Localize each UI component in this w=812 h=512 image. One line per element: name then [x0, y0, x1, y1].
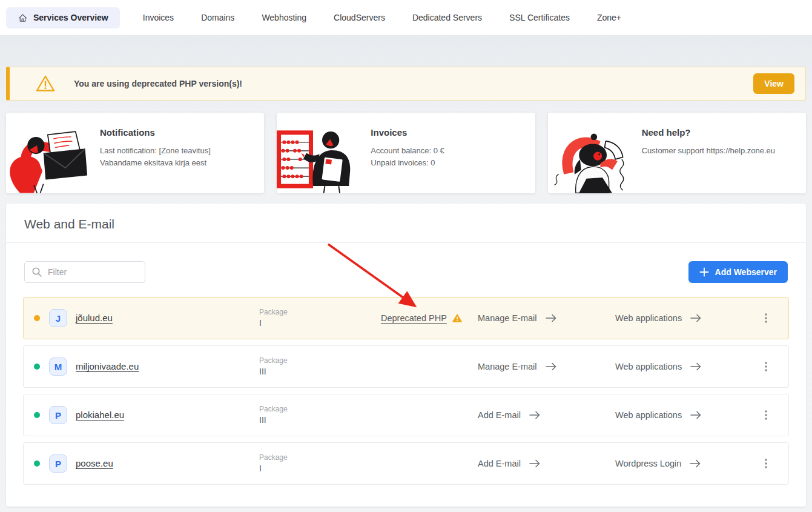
package-label: Package: [259, 404, 381, 414]
row-menu-kebab-icon[interactable]: [757, 405, 775, 425]
top-navigation: Services Overview Invoices Domains Webho…: [0, 0, 812, 35]
manage-email-action[interactable]: Manage E-mail: [478, 362, 615, 371]
add-email-action[interactable]: Add E-mail: [478, 410, 615, 420]
nav-item-invoices[interactable]: Invoices: [143, 13, 174, 22]
arrow-right-icon: [689, 459, 701, 468]
package-value: I: [259, 318, 381, 329]
search-icon: [31, 267, 42, 278]
package-label: Package: [259, 453, 381, 462]
page-content: You are using deprecated PHP version(s)!…: [0, 35, 812, 512]
home-icon: [18, 13, 28, 23]
arrow-right-icon: [545, 362, 557, 371]
nav-item-ssl-certificates[interactable]: SSL Certificates: [509, 13, 570, 22]
nav-item-services-overview[interactable]: Services Overview: [6, 7, 120, 28]
webserver-row-miljonivaade: M miljonivaade.eu Package III Manage E-m…: [23, 345, 789, 388]
unpaid-invoices: Unpaid invoices: 0: [371, 157, 523, 169]
warning-filled-icon: [452, 314, 462, 322]
wordpress-login-action[interactable]: Wordpress Login: [615, 459, 744, 468]
web-applications-action[interactable]: Web applications: [615, 410, 744, 420]
nav-items: Invoices Domains Webhosting CloudServers…: [143, 13, 621, 22]
arrow-right-icon: [690, 313, 702, 323]
web-applications-action[interactable]: Web applications: [615, 313, 744, 323]
row-menu-kebab-icon[interactable]: [757, 308, 775, 328]
nav-item-zone-plus[interactable]: Zone+: [597, 13, 621, 22]
row-menu-kebab-icon[interactable]: [757, 454, 775, 473]
domain-avatar: P: [49, 406, 67, 424]
nav-item-dedicated-servers[interactable]: Dedicated Servers: [412, 13, 482, 22]
package-cell: Package I: [259, 307, 381, 328]
webmail-toolbar: Add Webserver: [24, 261, 788, 283]
domain-link[interactable]: poose.eu: [76, 458, 113, 468]
warning-triangle-icon: [35, 75, 56, 93]
card-body: Last notification: [Zone teavitus] Vaban…: [100, 145, 252, 168]
domain-avatar: M: [49, 357, 67, 376]
row-menu-kebab-icon[interactable]: [757, 357, 775, 376]
arrow-right-icon: [529, 410, 541, 420]
notifications-card: Notifications Last notification: [Zone t…: [6, 113, 264, 193]
filter-input[interactable]: [24, 261, 145, 283]
plus-icon: [699, 267, 709, 277]
web-applications-action[interactable]: Web applications: [615, 362, 744, 371]
webserver-list: J jõulud.eu Package I Deprecated PHP: [23, 297, 789, 485]
filter-field: [24, 261, 145, 283]
nav-item-cloudservers[interactable]: CloudServers: [334, 13, 385, 22]
manage-email-action[interactable]: Manage E-mail: [478, 313, 615, 323]
person-with-abacus-illustration: [277, 118, 368, 193]
package-value: III: [259, 414, 381, 426]
account-balance: Account balance: 0 €: [371, 145, 523, 157]
domain-avatar: J: [49, 309, 67, 327]
add-webserver-button[interactable]: Add Webserver: [688, 261, 788, 283]
package-value: I: [259, 463, 381, 474]
invoices-card: Invoices Account balance: 0 € Unpaid inv…: [277, 113, 535, 193]
card-body: Account balance: 0 € Unpaid invoices: 0: [371, 145, 523, 168]
card-title: Invoices: [371, 127, 523, 138]
arrow-right-icon: [690, 410, 702, 420]
person-with-phone-illustration: [548, 118, 639, 193]
domain-link[interactable]: miljonivaade.eu: [76, 361, 139, 371]
arrow-right-icon: [529, 459, 541, 468]
webserver-row-plokiahel: P plokiahel.eu Package III Add E-mail We…: [23, 394, 789, 436]
status-dot-ok: [34, 412, 40, 418]
arrow-right-icon: [690, 362, 702, 371]
status-dot-ok: [34, 460, 40, 467]
arrow-right-icon: [545, 313, 557, 323]
package-cell: Package III: [259, 356, 381, 377]
domain-link[interactable]: plokiahel.eu: [76, 410, 124, 420]
info-cards: Notifications Last notification: [Zone t…: [6, 113, 806, 193]
need-help-card: Need help? Customer support https://help…: [548, 113, 806, 193]
web-and-email-panel: Web and E-mail Add Webserver: [6, 204, 806, 507]
card-body: Customer support https://help.zone.eu: [642, 145, 794, 157]
services-overview-page: Services Overview Invoices Domains Webho…: [0, 0, 812, 512]
section-title: Web and E-mail: [6, 204, 806, 243]
webserver-row-joulud: J jõulud.eu Package I Deprecated PHP: [23, 297, 789, 339]
domain-link[interactable]: jõulud.eu: [76, 313, 113, 323]
add-email-action[interactable]: Add E-mail: [478, 459, 615, 468]
view-button[interactable]: View: [753, 73, 794, 94]
deprecated-php-link[interactable]: Deprecated PHP: [381, 313, 447, 323]
card-title: Notifications: [100, 127, 252, 138]
status-dot-ok: [34, 364, 40, 370]
package-cell: Package I: [259, 453, 381, 474]
package-label: Package: [259, 307, 381, 317]
webserver-row-poose: P poose.eu Package I Add E-mail Wordpres…: [23, 442, 789, 485]
add-webserver-label: Add Webserver: [715, 267, 777, 277]
person-reading-letter-illustration: [6, 118, 97, 193]
banner-message: You are using deprecated PHP version(s)!: [74, 79, 242, 88]
domain-avatar: P: [49, 454, 67, 473]
nav-item-label: Services Overview: [33, 13, 108, 22]
deprecated-php-banner: You are using deprecated PHP version(s)!…: [6, 67, 806, 101]
card-title: Need help?: [642, 127, 794, 138]
package-value: III: [259, 366, 381, 377]
package-cell: Package III: [259, 404, 381, 425]
nav-item-domains[interactable]: Domains: [201, 13, 234, 22]
package-label: Package: [259, 356, 381, 365]
nav-item-webhosting[interactable]: Webhosting: [262, 13, 306, 22]
status-dot-warning: [34, 315, 40, 321]
